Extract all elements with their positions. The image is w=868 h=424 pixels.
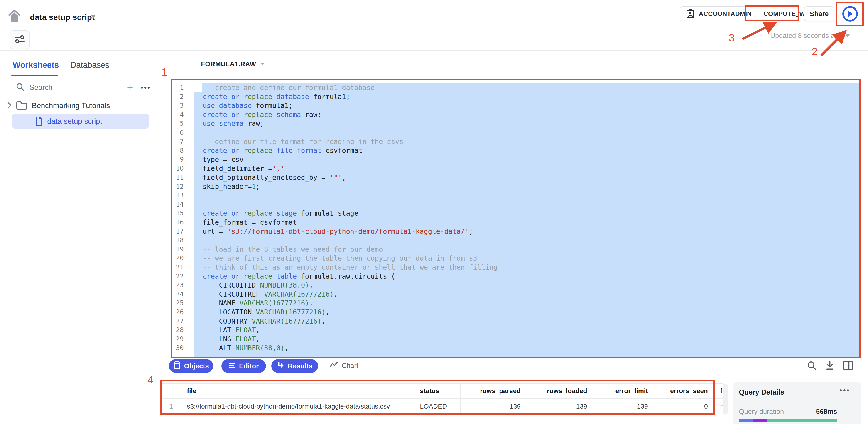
share-button[interactable]: Share <box>804 6 834 21</box>
search-icon <box>16 83 25 92</box>
annotation-label-4: 4 <box>148 374 153 386</box>
updated-status[interactable]: Updated 8 seconds ago <box>767 32 850 39</box>
user-badge-icon <box>686 9 695 19</box>
query-details-menu-button[interactable]: ••• <box>839 386 850 395</box>
search-placeholder: Search <box>30 83 53 92</box>
annotation-label-3: 3 <box>729 32 735 44</box>
editor-label: Editor <box>239 362 259 370</box>
title-caret-icon[interactable] <box>91 15 96 18</box>
results-label: Results <box>288 362 312 370</box>
objects-label: Objects <box>184 362 209 370</box>
sliders-icon <box>14 34 25 45</box>
chevron-right-icon[interactable] <box>7 102 12 109</box>
annotation-box-2 <box>836 2 864 26</box>
context-caret-icon <box>261 63 264 65</box>
editor-button[interactable]: Editor <box>221 359 266 373</box>
duration-bar-segment <box>753 419 768 422</box>
column-header[interactable]: f <box>714 383 722 399</box>
updated-text: Updated 8 seconds ago <box>770 32 842 39</box>
database-icon <box>173 361 181 371</box>
context-selector[interactable]: FORMULA1.RAW <box>201 60 265 68</box>
tabs-divider <box>0 76 159 76</box>
folder-label: Benchmarking Tutorials <box>32 101 110 110</box>
chart-button[interactable]: Chart <box>330 361 358 370</box>
columns-icon <box>843 360 854 371</box>
sidebar-divider <box>159 51 159 424</box>
tab-worksheets[interactable]: Worksheets <box>13 60 59 70</box>
annotation-box-3 <box>745 5 799 21</box>
annotation-label-1: 1 <box>161 66 167 78</box>
sidebar-item-worksheet-selected[interactable]: data setup script <box>12 114 149 129</box>
search-results-button[interactable] <box>806 360 818 372</box>
results-divider <box>159 376 868 377</box>
results-button[interactable]: Results <box>271 359 318 373</box>
home-icon[interactable] <box>8 9 21 24</box>
download-icon <box>825 360 835 371</box>
header-divider <box>0 50 868 51</box>
table-scrollbar[interactable] <box>723 384 727 414</box>
tab-databases[interactable]: Databases <box>70 60 110 70</box>
worksheet-label: data setup script <box>47 117 102 126</box>
query-duration-bar <box>739 419 837 422</box>
folder-icon <box>16 100 28 111</box>
app-window: data setup script ACCOUNTADMIN COMPUTE_W… <box>0 0 868 424</box>
annotation-label-2: 2 <box>812 45 818 58</box>
chart-line-icon <box>330 361 338 370</box>
role-label: ACCOUNTADMIN <box>699 10 752 18</box>
sidebar-more-button[interactable]: ••• <box>139 81 152 94</box>
query-details-title: Query Details <box>739 388 784 396</box>
new-worksheet-button[interactable]: + <box>124 81 136 94</box>
return-arrow-icon <box>277 361 285 371</box>
split-panel-button[interactable] <box>842 360 854 372</box>
page-title: data setup script <box>30 13 95 22</box>
table-cell: n <box>714 399 722 415</box>
filters-button[interactable] <box>9 30 30 49</box>
download-results-button[interactable] <box>824 360 836 372</box>
chart-label: Chart <box>342 362 358 369</box>
duration-bar-segment <box>739 419 753 422</box>
query-duration-value: 568ms <box>739 408 837 415</box>
annotation-box-1 <box>170 79 861 358</box>
duration-bar-segment <box>768 419 837 422</box>
objects-button[interactable]: Objects <box>169 359 213 373</box>
context-label: FORMULA1.RAW <box>201 60 256 68</box>
sidebar-item-folder[interactable]: Benchmarking Tutorials <box>7 99 154 112</box>
annotation-box-4 <box>160 380 715 415</box>
worksheet-file-icon <box>35 116 43 127</box>
lines-icon <box>229 362 236 370</box>
search-icon <box>807 360 817 371</box>
updated-caret-icon <box>845 34 850 37</box>
